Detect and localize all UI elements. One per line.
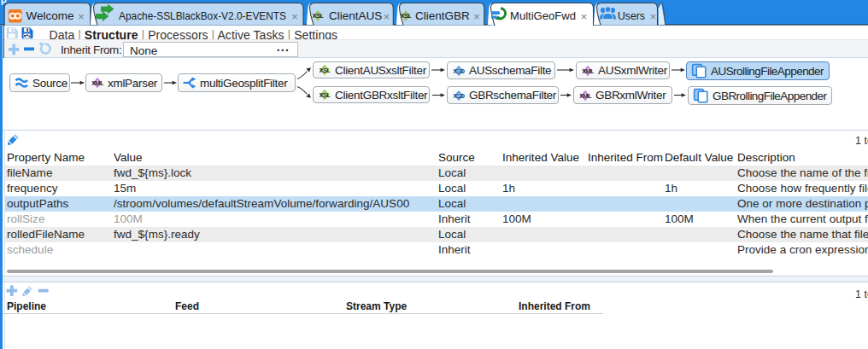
svg-text:×: × xyxy=(473,10,480,23)
svg-text:MultiGeoFwd: MultiGeoFwd xyxy=(510,9,576,22)
svg-text:XML: XML xyxy=(91,80,104,86)
svg-text:XSL: XSL xyxy=(313,13,325,19)
svg-text:XSL: XSL xyxy=(320,92,331,98)
svg-text:Users: Users xyxy=(618,9,645,22)
svg-text:Apache-SSLBlackBox-V2.0-EVENTS: Apache-SSLBlackBox-V2.0-EVENTS xyxy=(119,9,286,22)
svg-text:×: × xyxy=(78,10,85,23)
svg-text:XSL: XSL xyxy=(320,67,331,73)
svg-text:XSD: XSD xyxy=(453,67,465,73)
svg-text:XSD: XSD xyxy=(453,92,465,98)
svg-text:×: × xyxy=(384,10,390,23)
svg-text:×: × xyxy=(650,10,657,23)
svg-text:ClientAUS: ClientAUS xyxy=(329,9,382,22)
svg-text:×: × xyxy=(581,10,588,23)
svg-text:XSL: XSL xyxy=(401,13,413,19)
svg-text:XML: XML xyxy=(579,92,592,98)
svg-text:XML: XML xyxy=(582,67,595,73)
svg-text:P: P xyxy=(1,0,7,7)
svg-text:Welcome: Welcome xyxy=(26,9,74,22)
svg-text:ClientGBR: ClientGBR xyxy=(415,9,470,22)
svg-text:×: × xyxy=(291,10,298,23)
